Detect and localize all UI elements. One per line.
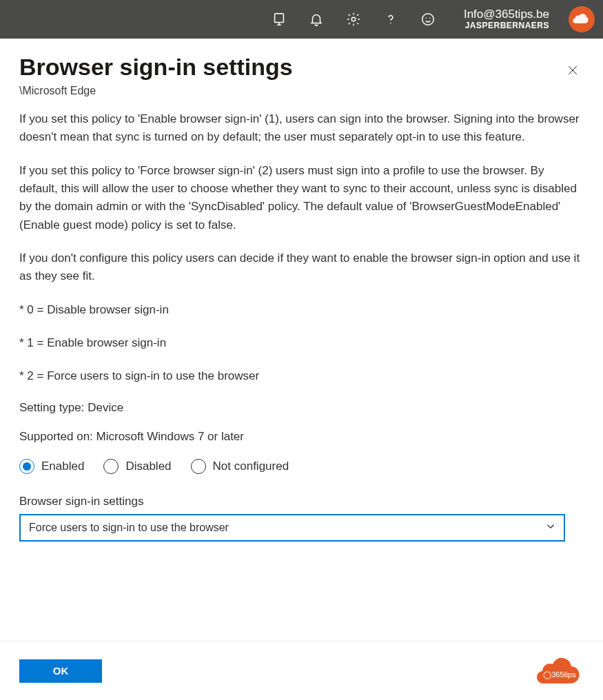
user-info[interactable]: Info@365tips.be JASPERBERNAERS [464,8,549,30]
chevron-down-icon [544,520,557,535]
brand-logo[interactable]: ◯365tips [535,655,584,687]
page-title: Browser sign-in settings [19,54,293,81]
connector-icon[interactable] [269,10,289,29]
radio-enabled[interactable]: Enabled [19,459,84,474]
setting-type: Setting type: Device [19,401,584,415]
option-line: * 0 = Disable browser sign-in [19,301,584,319]
svg-rect-0 [275,14,284,23]
description-paragraph: If you set this policy to 'Force browser… [19,162,584,234]
radio-disabled[interactable]: Disabled [103,459,171,474]
radio-not-configured[interactable]: Not configured [191,459,289,474]
svg-point-4 [425,17,426,18]
ok-button[interactable]: OK [19,659,102,683]
signin-setting-dropdown[interactable]: Force users to sign-in to use the browse… [19,514,565,542]
state-radio-group: Enabled Disabled Not configured [19,459,584,474]
content-scroll[interactable]: If you set this policy to 'Enable browse… [0,110,603,628]
svg-point-1 [351,17,356,21]
svg-text:◯365tips: ◯365tips [543,670,576,679]
radio-label: Enabled [41,460,84,473]
topbar-icon-group [269,10,438,29]
panel-footer: OK ◯365tips [0,641,603,700]
settings-panel: Browser sign-in settings \Microsoft Edge [0,39,603,97]
svg-point-5 [429,17,430,18]
option-line: * 2 = Force users to sign-in to use the … [19,367,584,385]
option-line: * 1 = Enable browser sign-in [19,334,584,352]
radio-label: Disabled [125,460,171,473]
supported-on: Supported on: Microsoft Windows 7 or lat… [19,430,584,444]
help-icon[interactable] [381,10,400,29]
dropdown-value: Force users to sign-in to use the browse… [29,522,229,534]
top-bar: Info@365tips.be JASPERBERNAERS [0,0,603,39]
dropdown-label: Browser sign-in settings [19,495,584,508]
user-tenant: JASPERBERNAERS [465,21,549,30]
svg-point-3 [422,14,434,25]
feedback-smile-icon[interactable] [418,10,438,29]
radio-label: Not configured [213,460,289,473]
breadcrumb: \Microsoft Edge [19,85,293,97]
radio-icon [19,459,34,474]
panel-header: Browser sign-in settings \Microsoft Edge [19,54,584,97]
svg-point-2 [390,23,391,23]
description-paragraph: If you don't configure this policy users… [19,249,584,286]
radio-icon [103,459,119,474]
close-button[interactable] [562,59,584,81]
description-paragraph: If you set this policy to 'Enable browse… [19,110,584,147]
radio-icon [191,459,206,474]
gear-icon[interactable] [344,10,363,29]
user-email: Info@365tips.be [464,8,549,21]
bell-icon[interactable] [307,10,326,29]
policy-description: If you set this policy to 'Enable browse… [19,110,584,386]
avatar[interactable] [569,6,595,32]
